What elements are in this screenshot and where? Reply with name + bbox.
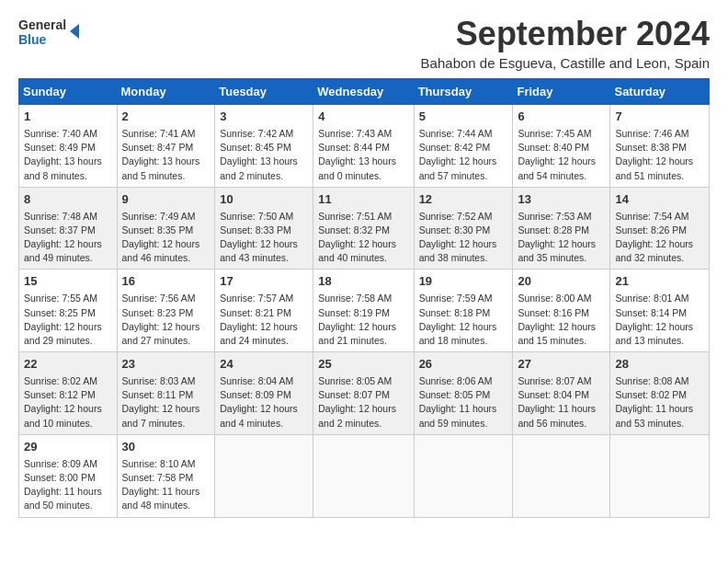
table-row: 30Sunrise: 8:10 AMSunset: 7:58 PMDayligh… — [117, 434, 215, 517]
sunset-label: Sunset: 8:38 PM — [615, 142, 687, 153]
sunset-label: Sunset: 8:23 PM — [122, 307, 194, 318]
col-friday: Friday — [513, 79, 610, 105]
sunset-label: Sunset: 8:25 PM — [24, 307, 96, 318]
table-row: 29Sunrise: 8:09 AMSunset: 8:00 PMDayligh… — [19, 434, 118, 517]
table-row: 3Sunrise: 7:42 AMSunset: 8:45 PMDaylight… — [215, 105, 313, 188]
sunset-label: Sunset: 8:37 PM — [24, 224, 96, 236]
daylight-label: Daylight: 13 hours and 0 minutes. — [318, 155, 396, 180]
sunset-label: Sunset: 8:45 PM — [220, 142, 291, 153]
day-number: 6 — [518, 109, 605, 126]
day-number: 19 — [419, 273, 508, 291]
daylight-label: Daylight: 13 hours and 8 minutes. — [24, 155, 102, 180]
day-number: 26 — [419, 356, 508, 373]
daylight-label: Daylight: 12 hours and 18 minutes. — [419, 321, 497, 346]
sunrise-label: Sunrise: 8:05 AM — [318, 375, 392, 386]
sunset-label: Sunset: 8:00 PM — [24, 472, 96, 483]
sunrise-label: Sunrise: 7:46 AM — [615, 128, 688, 139]
sunset-label: Sunset: 8:35 PM — [122, 224, 194, 236]
sunrise-label: Sunrise: 7:49 AM — [122, 211, 196, 222]
day-number: 22 — [24, 356, 112, 373]
sunrise-label: Sunrise: 7:48 AM — [24, 211, 97, 222]
sunrise-label: Sunrise: 7:41 AM — [122, 128, 196, 139]
sunrise-label: Sunrise: 7:54 AM — [615, 211, 688, 222]
sunset-label: Sunset: 8:16 PM — [518, 307, 589, 318]
month-title: September 2024 — [421, 15, 710, 53]
day-number: 25 — [318, 356, 408, 373]
sunset-label: Sunset: 7:58 PM — [122, 472, 194, 483]
svg-text:Blue: Blue — [18, 32, 47, 47]
day-number: 21 — [615, 273, 704, 291]
table-row: 4Sunrise: 7:43 AMSunset: 8:44 PMDaylight… — [313, 105, 414, 188]
table-row: 26Sunrise: 8:06 AMSunset: 8:05 PMDayligh… — [414, 352, 513, 435]
daylight-label: Daylight: 11 hours and 56 minutes. — [518, 403, 596, 428]
sunrise-label: Sunrise: 7:44 AM — [419, 128, 493, 139]
table-row: 16Sunrise: 7:56 AMSunset: 8:23 PMDayligh… — [117, 270, 215, 352]
day-number: 20 — [518, 273, 605, 291]
table-row: 18Sunrise: 7:58 AMSunset: 8:19 PMDayligh… — [313, 270, 414, 352]
sunset-label: Sunset: 8:49 PM — [24, 142, 96, 153]
day-number: 5 — [419, 109, 508, 126]
day-number: 2 — [122, 109, 210, 126]
day-number: 13 — [518, 191, 605, 209]
day-number: 12 — [419, 191, 508, 209]
table-row: 19Sunrise: 7:59 AMSunset: 8:18 PMDayligh… — [414, 270, 513, 352]
table-row: 14Sunrise: 7:54 AMSunset: 8:26 PMDayligh… — [610, 187, 710, 270]
table-row: 1Sunrise: 7:40 AMSunset: 8:49 PMDaylight… — [19, 105, 118, 188]
table-row: 12Sunrise: 7:52 AMSunset: 8:30 PMDayligh… — [414, 187, 513, 270]
daylight-label: Daylight: 12 hours and 2 minutes. — [318, 403, 396, 428]
day-number: 17 — [220, 273, 308, 291]
sunrise-label: Sunrise: 7:55 AM — [24, 293, 97, 304]
table-row: 17Sunrise: 7:57 AMSunset: 8:21 PMDayligh… — [215, 270, 313, 352]
col-thursday: Thursday — [414, 79, 513, 105]
daylight-label: Daylight: 12 hours and 51 minutes. — [615, 155, 693, 180]
daylight-label: Daylight: 12 hours and 32 minutes. — [615, 238, 693, 263]
daylight-label: Daylight: 12 hours and 46 minutes. — [122, 238, 200, 263]
daylight-label: Daylight: 11 hours and 48 minutes. — [122, 486, 200, 511]
daylight-label: Daylight: 12 hours and 38 minutes. — [419, 238, 497, 263]
day-number: 10 — [220, 191, 308, 209]
sunrise-label: Sunrise: 7:59 AM — [419, 293, 493, 304]
day-number: 18 — [318, 273, 408, 291]
day-number: 16 — [122, 273, 210, 291]
calendar-header-row: Sunday Monday Tuesday Wednesday Thursday… — [19, 79, 710, 105]
sunset-label: Sunset: 8:33 PM — [220, 224, 291, 236]
sunset-label: Sunset: 8:18 PM — [419, 307, 491, 318]
daylight-label: Daylight: 12 hours and 4 minutes. — [220, 403, 298, 428]
daylight-label: Daylight: 12 hours and 57 minutes. — [419, 155, 497, 180]
sunrise-label: Sunrise: 7:51 AM — [318, 211, 392, 222]
daylight-label: Daylight: 12 hours and 10 minutes. — [24, 403, 102, 428]
table-row: 8Sunrise: 7:48 AMSunset: 8:37 PMDaylight… — [19, 187, 118, 270]
daylight-label: Daylight: 12 hours and 35 minutes. — [518, 238, 596, 263]
day-number: 4 — [318, 109, 408, 126]
sunrise-label: Sunrise: 8:03 AM — [122, 375, 196, 386]
sunset-label: Sunset: 8:28 PM — [518, 224, 589, 236]
table-row: 22Sunrise: 8:02 AMSunset: 8:12 PMDayligh… — [19, 352, 118, 435]
calendar-table: Sunday Monday Tuesday Wednesday Thursday… — [18, 78, 710, 518]
sunset-label: Sunset: 8:32 PM — [318, 224, 390, 236]
col-sunday: Sunday — [19, 79, 118, 105]
daylight-label: Daylight: 13 hours and 5 minutes. — [122, 155, 200, 180]
daylight-label: Daylight: 12 hours and 15 minutes. — [518, 321, 596, 346]
sunrise-label: Sunrise: 7:57 AM — [220, 293, 293, 304]
table-row: 25Sunrise: 8:05 AMSunset: 8:07 PMDayligh… — [313, 352, 414, 435]
table-row — [610, 434, 710, 517]
sunset-label: Sunset: 8:05 PM — [419, 389, 491, 400]
sunset-label: Sunset: 8:47 PM — [122, 142, 194, 153]
daylight-label: Daylight: 11 hours and 59 minutes. — [419, 403, 497, 428]
day-number: 27 — [518, 356, 605, 373]
sunrise-label: Sunrise: 8:10 AM — [122, 458, 196, 469]
day-number: 14 — [615, 191, 704, 209]
day-number: 30 — [122, 439, 210, 456]
day-number: 15 — [24, 273, 112, 291]
daylight-label: Daylight: 12 hours and 13 minutes. — [615, 321, 693, 346]
logo-svg: General Blue — [18, 15, 92, 55]
sunrise-label: Sunrise: 8:00 AM — [518, 293, 591, 304]
day-number: 11 — [318, 191, 408, 209]
sunrise-label: Sunrise: 7:43 AM — [318, 128, 392, 139]
sunrise-label: Sunrise: 7:53 AM — [518, 211, 591, 222]
table-row: 2Sunrise: 7:41 AMSunset: 8:47 PMDaylight… — [117, 105, 215, 188]
location-title: Bahabon de Esgueva, Castille and Leon, S… — [421, 55, 710, 71]
sunset-label: Sunset: 8:02 PM — [615, 389, 687, 400]
sunrise-label: Sunrise: 7:52 AM — [419, 211, 493, 222]
sunset-label: Sunset: 8:07 PM — [318, 389, 390, 400]
